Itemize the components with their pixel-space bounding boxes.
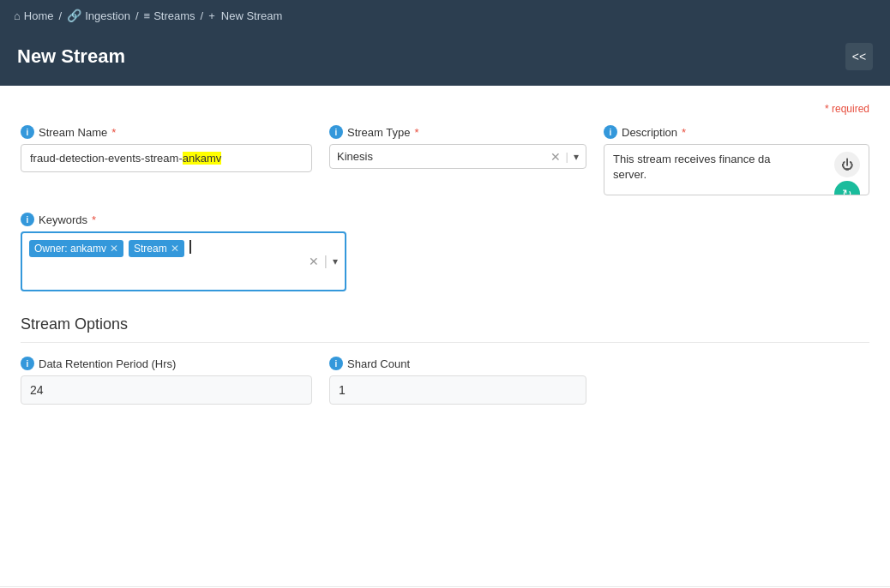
retention-group: i Data Retention Period (Hrs) [21,357,312,405]
keyword-cursor [189,240,191,254]
home-link[interactable]: Home [14,9,54,22]
description-group: i Description * This stream receives fin… [604,125,869,195]
keywords-chevron-icon[interactable]: ▾ [333,255,338,267]
chevron-down-icon[interactable]: ▾ [574,151,579,163]
streams-link[interactable]: ≡ Streams [144,9,195,22]
stream-type-info-icon[interactable]: i [329,125,343,139]
main-content: * required i Stream Name * fraud-detecti… [0,86,890,586]
description-value: This stream receives finance data fromse… [613,152,826,183]
stream-name-highlight: ankamv [183,152,222,165]
retention-info-icon[interactable]: i [21,357,34,370]
stream-options-title: Stream Options [21,315,869,343]
description-stop-button[interactable]: ⏻ [834,152,860,177]
keywords-info-icon[interactable]: i [21,213,34,226]
description-info-icon[interactable]: i [604,125,617,139]
select-divider: | [566,150,568,163]
keywords-input[interactable]: Owner: ankamv ✕ Stream ✕ ✕ | ▾ [21,231,346,291]
description-refresh-button[interactable]: ↻ [834,181,860,195]
retention-input[interactable] [21,375,312,405]
stream-name-group: i Stream Name * fraud-detection-events-s… [21,125,312,195]
stream-name-input[interactable]: fraud-detection-events-stream-ankamv [21,144,312,172]
streams-nav-icon: ≡ [144,9,151,22]
breadcrumb: Home / 🔗 Ingestion / ≡ Streams / + New S… [0,0,890,31]
shard-group: i Shard Count [329,357,586,405]
page-header: New Stream << [0,31,890,86]
stream-name-info-icon[interactable]: i [21,125,34,139]
plus-icon: + [208,9,215,22]
form-row-2: i Keywords * Owner: ankamv ✕ Stream ✕ ✕ … [21,213,869,291]
stream-options-row: i Data Retention Period (Hrs) i Shard Co… [21,357,869,405]
keywords-clear-icon[interactable]: ✕ [309,255,319,268]
form-row-1: i Stream Name * fraud-detection-events-s… [21,125,869,195]
keywords-label: i Keywords * [21,213,346,226]
keyword-tag-owner-remove[interactable]: ✕ [110,243,118,254]
keyword-tag-stream: Stream ✕ [129,240,184,257]
stream-type-value: Kinesis [337,150,545,163]
stream-type-group: i Stream Type * Kinesis ✕ | ▾ [329,125,586,195]
stream-type-select[interactable]: Kinesis ✕ | ▾ [329,144,586,169]
keyword-tag-owner-label: Owner: ankamv [34,243,106,255]
breadcrumb-current: + New Stream [208,9,282,22]
collapse-button[interactable]: << [845,43,873,70]
shard-input[interactable] [329,375,586,405]
keyword-tag-stream-remove[interactable]: ✕ [171,243,179,254]
keyword-tag-owner: Owner: ankamv ✕ [29,240,123,257]
home-icon [14,9,21,22]
stream-name-label: i Stream Name * [21,125,312,139]
page-title: New Stream [17,45,125,68]
description-label: i Description * [604,125,869,139]
stream-type-clear-icon[interactable]: ✕ [550,151,561,163]
required-note: * required [21,103,869,115]
keywords-group: i Keywords * Owner: ankamv ✕ Stream ✕ ✕ … [21,213,346,291]
stream-type-label: i Stream Type * [329,125,586,139]
ingestion-icon: 🔗 [67,9,81,22]
stream-name-prefix: fraud-detection-events-stream- [30,152,183,165]
keyword-tag-stream-label: Stream [134,243,167,255]
description-actions: ⏻ ↻ [834,152,860,195]
keywords-controls: ✕ | ▾ [309,254,338,269]
description-input[interactable]: This stream receives finance data fromse… [604,144,869,195]
retention-label: i Data Retention Period (Hrs) [21,357,312,370]
shard-info-icon[interactable]: i [329,357,343,370]
ingestion-link[interactable]: 🔗 Ingestion [67,9,130,22]
shard-label: i Shard Count [329,357,586,370]
